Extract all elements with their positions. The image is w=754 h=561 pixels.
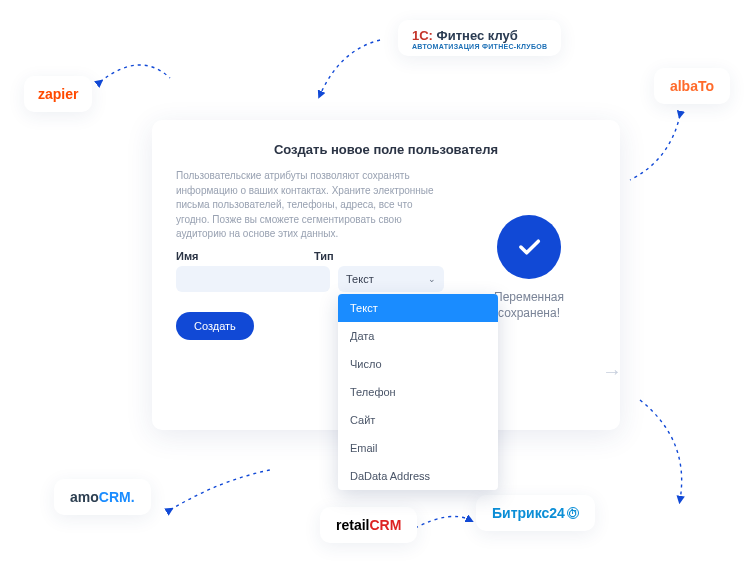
success-check-icon	[497, 215, 561, 279]
chevron-down-icon: ⌄	[428, 274, 436, 284]
integration-albato: albaTo	[654, 68, 730, 104]
integration-zapier: zapier	[24, 76, 92, 112]
integration-bitrix24: Битрикс24 ⏱	[476, 495, 595, 531]
type-select[interactable]: Текст ⌄	[338, 266, 444, 292]
type-option[interactable]: Текст	[338, 294, 498, 322]
type-option[interactable]: DaData Address	[338, 462, 498, 490]
type-label: Тип	[314, 250, 444, 262]
form-column: Пользовательские атрибуты позволяют сохр…	[176, 169, 444, 340]
zapier-label: zapier	[38, 86, 78, 102]
integration-1c-fitness: 1C: Фитнес клуб АВТОМАТИЗАЦИЯ ФИТНЕС-КЛУ…	[398, 20, 561, 56]
type-select-wrap: Текст ⌄ Текст Дата Число Телефон Сайт Em…	[338, 266, 444, 292]
onec-subtitle: АВТОМАТИЗАЦИЯ ФИТНЕС-КЛУБОВ	[412, 43, 547, 50]
create-field-card: Создать новое поле пользователя Пользова…	[152, 120, 620, 430]
integration-amocrm: amoCRM.	[54, 479, 151, 515]
type-option[interactable]: Сайт	[338, 406, 498, 434]
card-description: Пользовательские атрибуты позволяют сохр…	[176, 169, 444, 242]
type-option[interactable]: Число	[338, 350, 498, 378]
type-selected-value: Текст	[346, 273, 374, 285]
type-option[interactable]: Дата	[338, 322, 498, 350]
onec-prefix: 1C:	[412, 28, 433, 43]
name-label: Имя	[176, 250, 306, 262]
type-dropdown: Текст Дата Число Телефон Сайт Email DaDa…	[338, 294, 498, 490]
integration-retailcrm: retailCRM	[320, 507, 417, 543]
create-button[interactable]: Создать	[176, 312, 254, 340]
bitrix-label: Битрикс24	[492, 505, 565, 521]
onec-brand: Фитнес клуб	[437, 28, 518, 43]
albato-label: albaTo	[670, 78, 714, 94]
card-title: Создать новое поле пользователя	[176, 142, 596, 157]
type-option[interactable]: Телефон	[338, 378, 498, 406]
type-option[interactable]: Email	[338, 434, 498, 462]
name-input[interactable]	[176, 266, 330, 292]
arrow-right-icon: →	[602, 360, 622, 383]
